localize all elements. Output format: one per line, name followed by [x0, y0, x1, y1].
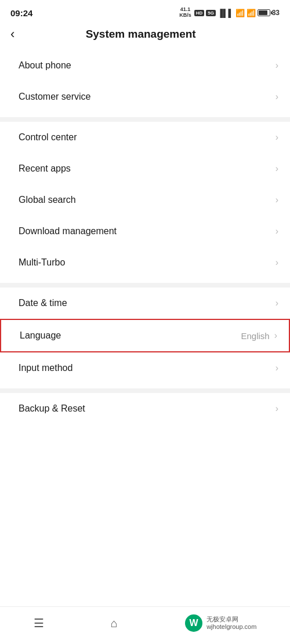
chevron-icon-input-method: › [276, 363, 278, 373]
speed-indicator: 41.1 KB/s [179, 7, 191, 19]
menu-item-label-language: Language [20, 330, 61, 341]
menu-item-customer-service[interactable]: Customer service› [0, 81, 290, 112]
menu-group-1: Control center›Recent apps›Global search… [0, 122, 290, 278]
menu-item-recent-apps[interactable]: Recent apps› [0, 153, 290, 184]
chevron-icon-about-phone: › [276, 60, 278, 71]
menu-item-right-date-time: › [276, 298, 278, 308]
menu-item-multi-turbo[interactable]: Multi-Turbo› [0, 247, 290, 278]
signal-icon: ▐▌▌ [217, 9, 234, 17]
menu-item-global-search[interactable]: Global search› [0, 184, 290, 216]
chevron-icon-download-management: › [276, 226, 278, 237]
menu-item-right-backup-reset: › [276, 403, 278, 414]
chevron-icon-date-time: › [276, 298, 278, 308]
menu-item-about-phone[interactable]: About phone› [0, 50, 290, 81]
5g-badge: 5G [206, 10, 216, 16]
divider-2 [0, 388, 290, 393]
divider-0 [0, 117, 290, 122]
status-time: 09:24 [10, 8, 32, 18]
menu-item-label-global-search: Global search [19, 195, 76, 205]
page-header: ‹ System management [0, 23, 290, 50]
menu-item-backup-reset[interactable]: Backup & Reset› [0, 393, 290, 424]
svg-text:W: W [190, 618, 199, 628]
chevron-icon-language: › [274, 330, 277, 341]
divider-1 [0, 283, 290, 288]
menu-item-label-date-time: Date & time [19, 298, 67, 308]
menu-item-download-management[interactable]: Download management› [0, 216, 290, 247]
back-button[interactable]: ‹ [10, 28, 14, 41]
battery-fill [259, 10, 267, 15]
menu-item-language[interactable]: LanguageEnglish› [0, 319, 290, 352]
chevron-icon-global-search: › [276, 195, 278, 205]
chevron-icon-multi-turbo: › [276, 257, 278, 268]
battery-icon [258, 9, 270, 16]
chevron-icon-customer-service: › [276, 92, 278, 102]
menu-item-date-time[interactable]: Date & time› [0, 288, 290, 319]
menu-item-right-about-phone: › [276, 60, 278, 71]
menu-item-right-download-management: › [276, 226, 278, 237]
menu-item-label-about-phone: About phone [19, 60, 71, 71]
page-title: System management [21, 28, 260, 41]
menu-item-right-global-search: › [276, 195, 278, 205]
wifi2-icon: 📶 [246, 9, 256, 17]
menu-group-2: Date & time›LanguageEnglish›Input method… [0, 288, 290, 384]
menu-item-right-input-method: › [276, 363, 278, 373]
menu-item-label-backup-reset: Backup & Reset [19, 403, 85, 414]
battery-percent: 83 [272, 9, 280, 17]
menu-container: About phone›Customer service›Control cen… [0, 50, 290, 429]
watermark-logo: W 无极安卓网 wjhotelgroup.com [184, 614, 256, 632]
home-nav-icon[interactable]: ⌂ [111, 617, 118, 630]
menu-item-right-customer-service: › [276, 92, 278, 102]
menu-item-label-customer-service: Customer service [19, 92, 90, 102]
menu-item-right-control-center: › [276, 132, 278, 143]
status-bar: 09:24 41.1 KB/s HD 5G ▐▌▌ 📶 📶 83 [0, 0, 290, 23]
menu-item-right-multi-turbo: › [276, 257, 278, 268]
logo-line1: 无极安卓网 [206, 616, 256, 623]
menu-item-right-recent-apps: › [276, 163, 278, 174]
menu-item-label-multi-turbo: Multi-Turbo [19, 257, 65, 268]
logo-line2: wjhotelgroup.com [206, 623, 256, 631]
chevron-icon-control-center: › [276, 132, 278, 143]
chevron-icon-backup-reset: › [276, 403, 278, 414]
menu-item-label-control-center: Control center [19, 132, 77, 143]
menu-item-value-language: English [241, 331, 269, 341]
menu-item-control-center[interactable]: Control center› [0, 122, 290, 153]
status-icons: 41.1 KB/s HD 5G ▐▌▌ 📶 📶 83 [179, 7, 280, 19]
hd-badge: HD [194, 10, 205, 16]
menu-item-label-input-method: Input method [19, 363, 72, 373]
menu-item-label-download-management: Download management [19, 226, 117, 237]
menu-nav-icon[interactable]: ☰ [34, 616, 44, 630]
bottom-nav: ☰ ⌂ W 无极安卓网 wjhotelgroup.com [0, 606, 290, 644]
chevron-icon-recent-apps: › [276, 163, 278, 174]
menu-group-3: Backup & Reset› [0, 393, 290, 424]
menu-item-input-method[interactable]: Input method› [0, 352, 290, 384]
menu-item-label-recent-apps: Recent apps [19, 163, 71, 174]
menu-group-0: About phone›Customer service› [0, 50, 290, 112]
menu-item-right-language: English› [241, 330, 277, 341]
wifi-icon: 📶 [235, 9, 245, 17]
